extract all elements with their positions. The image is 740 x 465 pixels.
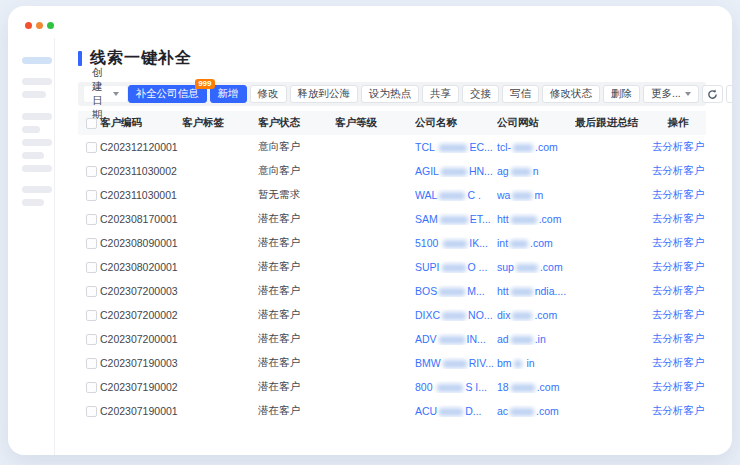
analyze-customer-link[interactable]: 去分析客户	[652, 164, 705, 176]
analyze-customer-link[interactable]: 去分析客户	[652, 260, 705, 272]
row-checkbox[interactable]	[86, 262, 97, 273]
write-letter-button[interactable]: 写信	[502, 85, 539, 103]
analyze-customer-link[interactable]: 去分析客户	[652, 380, 705, 392]
sidebar-item[interactable]	[22, 139, 52, 146]
company-name-link[interactable]: WALC .	[415, 189, 497, 201]
company-website-link[interactable]: wam	[497, 189, 575, 201]
company-name-link[interactable]: AGILHN...	[415, 165, 497, 177]
company-website-link[interactable]: httndia....	[497, 285, 575, 297]
add-button[interactable]: 新增	[210, 85, 247, 103]
settings-button[interactable]: ⚙	[726, 85, 732, 103]
row-checkbox[interactable]	[86, 214, 97, 225]
more-button[interactable]: 更多...	[643, 85, 699, 103]
company-name-link[interactable]: BMWRIV...	[415, 357, 497, 369]
website-prefix: ad	[497, 333, 509, 345]
row-checkbox[interactable]	[86, 142, 97, 153]
row-checkbox[interactable]	[86, 190, 97, 201]
analyze-customer-link[interactable]: 去分析客户	[652, 284, 705, 296]
company-website-link[interactable]: ad.in	[497, 333, 575, 345]
redacted-blur	[512, 312, 532, 320]
set-hot-button[interactable]: 设为热点	[361, 85, 419, 103]
company-website-link[interactable]: agn	[497, 165, 575, 177]
sidebar-item[interactable]	[22, 91, 46, 98]
row-checkbox[interactable]	[86, 166, 97, 177]
company-name-link[interactable]: TCL EC...	[415, 141, 497, 153]
analyze-customer-link[interactable]: 去分析客户	[652, 332, 705, 344]
select-all-checkbox[interactable]	[86, 118, 97, 129]
customer-status: 潜在客户	[258, 260, 335, 274]
share-button[interactable]: 共享	[422, 85, 459, 103]
company-website-link[interactable]: htt.com	[497, 213, 575, 225]
redacted-blur	[439, 336, 465, 344]
company-website-link[interactable]: 18.com	[497, 381, 575, 393]
sidebar-item[interactable]	[22, 78, 52, 85]
company-name-suffix: M...	[467, 285, 485, 297]
sidebar-item[interactable]	[22, 113, 52, 120]
analyze-customer-link[interactable]: 去分析客户	[652, 404, 705, 416]
table-row: C202307190001 潜在客户 ACUD... ac.com 去分析客户	[78, 399, 706, 423]
customer-status: 潜在客户	[258, 236, 335, 250]
company-name-link[interactable]: SUPIO ...	[415, 261, 497, 273]
company-name-prefix: BMW	[415, 357, 441, 369]
website-prefix: ac	[497, 405, 508, 417]
company-name-link[interactable]: ADVIN...	[415, 333, 497, 345]
refresh-icon	[707, 89, 718, 100]
customer-code: C202312120001	[100, 141, 182, 153]
handover-button[interactable]: 交接	[462, 85, 499, 103]
analyze-customer-link[interactable]: 去分析客户	[652, 188, 705, 200]
analyze-customer-link[interactable]: 去分析客户	[652, 356, 705, 368]
row-checkbox[interactable]	[86, 310, 97, 321]
row-checkbox[interactable]	[86, 238, 97, 249]
company-website-link[interactable]: bm in	[497, 357, 575, 369]
sidebar-item[interactable]	[22, 152, 44, 159]
website-suffix: m	[534, 189, 543, 201]
edit-button[interactable]: 修改	[250, 85, 287, 103]
analyze-customer-link[interactable]: 去分析客户	[652, 140, 705, 152]
refresh-button[interactable]	[702, 85, 723, 103]
company-name-link[interactable]: ACUD...	[415, 405, 497, 417]
count-badge: 999	[195, 79, 214, 89]
release-to-pool-button[interactable]: 释放到公海	[290, 85, 359, 103]
redacted-blur	[441, 168, 467, 176]
row-checkbox[interactable]	[86, 382, 97, 393]
sidebar-item[interactable]	[22, 165, 52, 172]
company-website-link[interactable]: sup.com	[497, 261, 575, 273]
company-name-link[interactable]: 800 S I...	[415, 381, 497, 393]
column-header-status: 客户状态	[258, 116, 335, 130]
table-header: 客户编码 客户标签 客户状态 客户等级 公司名称 公司网站 最后跟进总结 操作	[78, 111, 706, 135]
company-website-link[interactable]: int.com	[497, 237, 575, 249]
create-date-filter-select[interactable]: 创建日期	[83, 85, 128, 103]
column-header-tag: 客户标签	[182, 116, 258, 130]
redacted-blur	[510, 408, 534, 416]
company-name-prefix: SAM	[415, 213, 438, 225]
change-status-button[interactable]: 修改状态	[542, 85, 600, 103]
company-name-prefix: BOS	[415, 285, 437, 297]
redacted-blur	[516, 264, 538, 272]
analyze-customer-link[interactable]: 去分析客户	[652, 212, 705, 224]
company-website-link[interactable]: tcl-.com	[497, 141, 575, 153]
delete-button[interactable]: 删除	[603, 85, 640, 103]
company-name-link[interactable]: SAMET...	[415, 213, 497, 225]
analyze-customer-link[interactable]: 去分析客户	[652, 236, 705, 248]
company-name-prefix: 800	[415, 381, 435, 393]
sidebar-skeleton	[8, 6, 55, 455]
company-name-link[interactable]: BOSM...	[415, 285, 497, 297]
company-website-link[interactable]: ac.com	[497, 405, 575, 417]
table-row: C202307200001 潜在客户 ADVIN... ad.in 去分析客户	[78, 327, 706, 351]
company-website-link[interactable]: dix.com	[497, 309, 575, 321]
company-name-suffix: O ...	[468, 261, 488, 273]
sidebar-item-active[interactable]	[22, 57, 52, 64]
website-prefix: htt	[497, 285, 509, 297]
row-checkbox[interactable]	[86, 286, 97, 297]
sidebar-item[interactable]	[22, 199, 44, 206]
row-checkbox[interactable]	[86, 406, 97, 417]
sidebar-item[interactable]	[22, 186, 52, 193]
company-name-link[interactable]: 5100 IK...	[415, 237, 497, 249]
sidebar-item[interactable]	[22, 126, 40, 133]
redacted-blur	[440, 216, 468, 224]
company-name-link[interactable]: DIXCNO...	[415, 309, 497, 321]
analyze-customer-link[interactable]: 去分析客户	[652, 308, 705, 320]
row-checkbox[interactable]	[86, 358, 97, 369]
row-checkbox[interactable]	[86, 334, 97, 345]
company-name-suffix: C .	[467, 189, 480, 201]
